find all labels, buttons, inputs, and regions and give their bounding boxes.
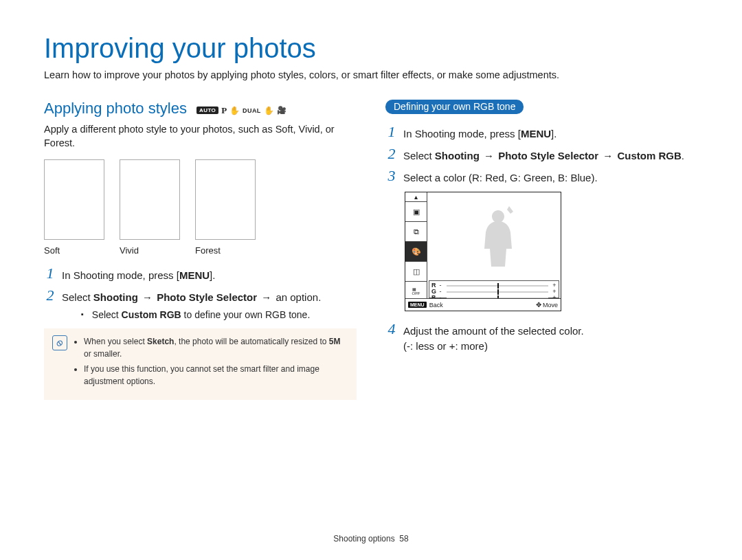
camera-screen: ▴ ▣ ⧉ 🎨 ◫ ▦OFF ▾	[405, 192, 561, 311]
left-body: Apply a different photo style to your ph…	[44, 123, 357, 150]
t: OFF	[412, 291, 420, 295]
t: ].	[551, 128, 556, 139]
menu-icon: MENU	[408, 302, 427, 308]
mode-movie-icon: 🎥	[277, 106, 286, 115]
step-text: Select Shooting → Photo Style Selector →…	[403, 148, 684, 164]
slider-bar[interactable]	[447, 291, 548, 293]
mode-icons: AUTO P ✋DUAL ✋🎥	[196, 105, 286, 116]
nav-arrows-icon: ✥	[536, 301, 540, 309]
thumb-soft: Soft	[44, 159, 104, 256]
mode-p-icon: P	[221, 105, 227, 116]
t: to define your own RGB tone.	[181, 309, 311, 320]
mode-dual-icon: DUAL	[243, 107, 261, 114]
t: Shooting	[93, 291, 138, 303]
t: Select	[62, 291, 93, 303]
t: Select	[403, 150, 435, 161]
step-2: 2 Select Shooting → Photo Style Selector…	[44, 290, 357, 322]
page-intro: Learn how to improve your photos by appl…	[44, 69, 698, 80]
step-number: 4	[385, 322, 398, 337]
step-text: In Shooting mode, press [MENU].	[403, 126, 556, 142]
step-text: Adjust the amount of the selected color.…	[403, 324, 584, 354]
thumb-vivid: Vivid	[120, 159, 180, 256]
step-number: 1	[385, 124, 398, 139]
step-2: 2 Select Shooting → Photo Style Selector…	[385, 148, 698, 164]
t: Custom RGB	[122, 309, 181, 320]
footer: Shooting options 58	[0, 534, 742, 544]
t: , the photo will be automatically resize…	[174, 337, 328, 346]
note-box: ⦸ When you select Sketch, the photo will…	[44, 328, 357, 400]
thumb-forest: Forest	[195, 159, 256, 256]
step-number: 2	[44, 288, 56, 303]
side-icon-sketch[interactable]: ◫	[405, 262, 427, 282]
thumb-label: Soft	[44, 245, 104, 256]
arrow-icon: →	[484, 150, 494, 161]
t: Sketch	[147, 337, 174, 346]
step-4: 4 Adjust the amount of the selected colo…	[385, 324, 698, 354]
t: Select	[92, 309, 122, 320]
back-label: Back	[429, 302, 443, 309]
menu-label: MENU	[179, 269, 210, 281]
rgb-row-g[interactable]: G - +	[431, 289, 556, 295]
t: or smaller.	[84, 349, 122, 359]
t: 5M	[329, 337, 341, 346]
t: Photo Style Selector	[157, 291, 257, 303]
t: an option.	[276, 291, 321, 303]
step-text: Select a color (R: Red, G: Green, B: Blu…	[403, 170, 598, 186]
arrow-icon: →	[261, 291, 271, 303]
t: Custom RGB	[617, 150, 681, 161]
bullet-item: Select Custom RGB to define your own RGB…	[81, 308, 321, 322]
t: Photo Style Selector	[498, 150, 598, 161]
t: Shooting	[435, 150, 480, 161]
subheading-applying: Applying photo styles AUTO P ✋DUAL ✋🎥	[44, 100, 357, 117]
step-3: 3 Select a color (R: Red, G: Green, B: B…	[385, 170, 698, 186]
footer-section: Shooting options	[333, 534, 394, 544]
arrow-icon: →	[142, 291, 153, 303]
mode-hand-icon: ✋	[229, 106, 240, 115]
slider-bar[interactable]	[447, 285, 548, 287]
note-item: If you use this function, you cannot set…	[84, 363, 348, 388]
side-icon-photo[interactable]: ▣	[405, 202, 427, 222]
t: Adjust the amount of the selected color.	[403, 325, 584, 337]
thumbnail-row: Soft Vivid Forest	[44, 159, 357, 256]
bullet-list: Select Custom RGB to define your own RGB…	[81, 308, 321, 322]
arrow-icon: →	[603, 150, 613, 161]
t: In Shooting mode, press [	[62, 269, 179, 281]
note-item: When you select Sketch, the photo will b…	[84, 335, 348, 360]
step-number: 2	[385, 146, 398, 161]
screen-bottom-bar: MENU Back ✥ Move	[405, 298, 561, 311]
step-number: 1	[44, 266, 56, 281]
mode-auto-icon: AUTO	[196, 107, 218, 114]
side-icon-film[interactable]: ⧉	[405, 222, 427, 242]
page-title: Improving your photos	[44, 33, 698, 64]
note-icon: ⦸	[52, 335, 67, 350]
thumb-label: Forest	[195, 245, 256, 256]
move-label: Move	[543, 302, 558, 309]
thumb-box	[44, 159, 104, 240]
step-text: Select Shooting → Photo Style Selector →…	[62, 290, 321, 322]
rgb-sliders[interactable]: R - + G - + B -	[429, 280, 559, 298]
t: In Shooting mode, press [	[403, 128, 521, 139]
menu-label: MENU	[521, 128, 551, 139]
t: ].	[210, 269, 215, 281]
step-1: 1 In Shooting mode, press [MENU].	[385, 126, 698, 142]
side-icon-palette[interactable]: 🎨	[405, 242, 427, 262]
mode-hand2-icon: ✋	[264, 106, 274, 115]
side-up-icon[interactable]: ▴	[405, 192, 427, 202]
t: When you select	[84, 337, 147, 346]
footer-page: 58	[399, 534, 408, 544]
rgb-row-r[interactable]: R - +	[431, 282, 556, 289]
subheading-text: Applying photo styles	[44, 100, 187, 117]
step-1: 1 In Shooting mode, press [MENU].	[44, 268, 357, 283]
step-number: 3	[385, 168, 398, 183]
thumb-label: Vivid	[120, 245, 180, 256]
thumb-box	[120, 159, 180, 240]
step-text: In Shooting mode, press [MENU].	[62, 268, 215, 283]
sidebar: ▴ ▣ ⧉ 🎨 ◫ ▦OFF ▾	[405, 192, 427, 311]
subheading-rgb: Defining your own RGB tone	[385, 100, 524, 114]
t: (-: less or +: more)	[403, 340, 488, 352]
preview-silhouette	[477, 206, 519, 267]
thumb-box	[195, 159, 256, 240]
